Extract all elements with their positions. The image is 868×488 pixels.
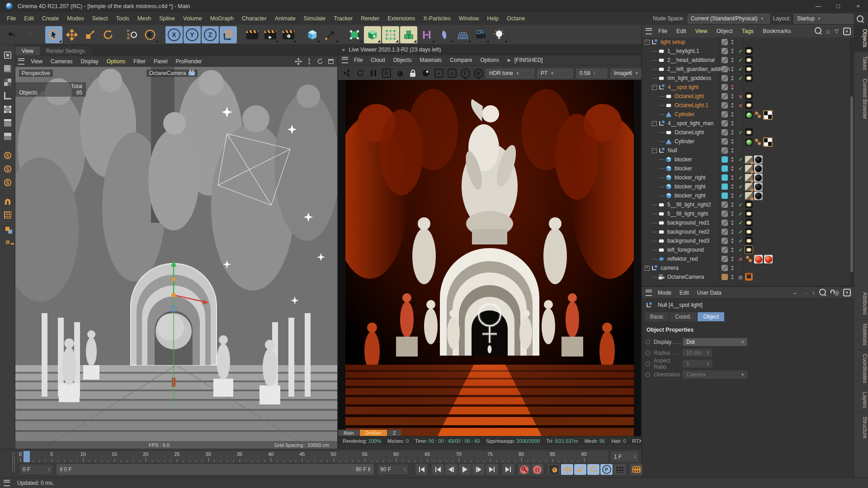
- visibility-dots[interactable]: [731, 57, 733, 63]
- subdivision-surface-button[interactable]: [346, 26, 363, 43]
- aspect-ratio-spinner[interactable]: 1▴▾: [683, 360, 712, 368]
- pen-spline-tool-button[interactable]: [322, 26, 339, 43]
- menu-spline[interactable]: Spline: [155, 12, 179, 25]
- dock-tab-layers[interactable]: Layers: [854, 388, 868, 413]
- maximize-button[interactable]: □: [828, 0, 848, 12]
- coordinate-system-button[interactable]: [220, 26, 237, 43]
- orientation-select[interactable]: Camera▾: [683, 371, 747, 379]
- phong-tag[interactable]: [745, 183, 753, 191]
- enabled-check-icon[interactable]: ✓: [737, 128, 744, 137]
- visibility-dots[interactable]: [731, 111, 733, 117]
- play-button[interactable]: [459, 464, 471, 475]
- render-view-button[interactable]: [244, 26, 261, 43]
- axis-lock-key-button[interactable]: [2, 236, 14, 248]
- enabled-check-icon[interactable]: ✓: [737, 182, 744, 191]
- lock-y-axis-button[interactable]: Y: [184, 26, 201, 43]
- visibility-dots[interactable]: [731, 211, 733, 217]
- radius-spinner[interactable]: 10 cm▴▾: [683, 349, 712, 357]
- visibility-dots[interactable]: [731, 129, 733, 136]
- light-tag[interactable]: [745, 101, 753, 109]
- dock-tab-structure[interactable]: Structure: [854, 413, 868, 443]
- tree-row-blocker-right[interactable]: blocker_right✓: [642, 182, 854, 191]
- enabled-check-icon[interactable]: ✓: [737, 65, 744, 74]
- pass-tab-z[interactable]: Z: [387, 430, 401, 436]
- last-used-tool-psr-button[interactable]: PSR: [123, 26, 141, 43]
- tree-row-cylinder[interactable]: Cylinder: [642, 110, 854, 119]
- restart-render-icon[interactable]: [355, 68, 366, 79]
- menu-mograph[interactable]: MoGraph: [206, 12, 238, 25]
- goto-start-button[interactable]: [415, 464, 428, 475]
- live-viewer-menu-file[interactable]: File: [350, 57, 367, 63]
- layer-chip[interactable]: [722, 57, 728, 63]
- close-icon[interactable]: ×: [342, 47, 345, 53]
- visibility-dots[interactable]: [731, 66, 733, 72]
- menu-octane[interactable]: Octane: [503, 12, 529, 25]
- attribute-tab-basic[interactable]: Basic: [645, 312, 669, 321]
- prev-frame-button[interactable]: [445, 464, 458, 475]
- octane-objecttag[interactable]: [745, 111, 753, 119]
- render-picture-viewer-button[interactable]: ▶: [262, 26, 279, 43]
- layer-chip[interactable]: [722, 48, 728, 54]
- visibility-dots[interactable]: [731, 165, 733, 172]
- viewport-menu-display[interactable]: Display: [77, 58, 102, 65]
- menu-animate[interactable]: Animate: [271, 12, 300, 25]
- layer-chip[interactable]: [722, 111, 728, 117]
- layer-chip[interactable]: [722, 183, 728, 190]
- spinner-arrows-icon[interactable]: ▴▾: [48, 467, 50, 472]
- prev-key-button[interactable]: [432, 464, 444, 475]
- enabled-check-icon[interactable]: ✓: [737, 218, 744, 227]
- search-icon[interactable]: [819, 289, 826, 297]
- light-tag-selected[interactable]: [745, 246, 753, 253]
- object-manager-menu-object[interactable]: Object: [712, 28, 737, 34]
- object-manager-menu-bookmarks[interactable]: Bookmarks: [758, 28, 796, 34]
- tone-mapping-select[interactable]: HDR tone▾: [486, 69, 534, 78]
- menu-help[interactable]: Help: [483, 12, 503, 25]
- enabled-check-icon[interactable]: ✓: [737, 191, 744, 200]
- layer-chip[interactable]: [722, 129, 728, 136]
- search-icon[interactable]: [857, 15, 863, 22]
- menu-character[interactable]: Character: [238, 12, 271, 25]
- light-tag[interactable]: [745, 65, 753, 73]
- light-tag[interactable]: [745, 92, 753, 100]
- light-tag[interactable]: [745, 56, 753, 64]
- layer-chip[interactable]: [722, 238, 728, 244]
- live-viewer-menu-options[interactable]: Options: [476, 57, 503, 63]
- close-button[interactable]: ×: [848, 0, 868, 12]
- keyframe-selection-button[interactable]: [548, 464, 560, 475]
- forward-icon[interactable]: →: [802, 289, 808, 296]
- enabled-check-icon[interactable]: ✓: [737, 164, 744, 173]
- disabled-cross-icon[interactable]: ×: [737, 92, 744, 101]
- layer-chip[interactable]: [722, 84, 728, 90]
- visibility-dots[interactable]: [731, 265, 733, 271]
- pass-tab-demain[interactable]: DeMain: [360, 430, 387, 436]
- region-render-icon[interactable]: R: [381, 68, 392, 79]
- expand-toggle-icon[interactable]: −: [652, 121, 657, 126]
- add-region-icon[interactable]: +: [434, 68, 444, 79]
- timeline-ruler[interactable]: 051015202530354045505560657075808590: [17, 451, 608, 462]
- attribute-menu-user-data[interactable]: User Data: [693, 290, 726, 296]
- play-mode-button[interactable]: [630, 464, 642, 475]
- object-manager-menu-view[interactable]: View: [691, 28, 712, 34]
- display-select[interactable]: Dot▾: [683, 338, 747, 346]
- enabled-check-icon[interactable]: ✓: [737, 245, 744, 254]
- menu-icon[interactable]: [4, 480, 10, 486]
- live-viewer-menu-objects[interactable]: Objects: [389, 57, 416, 63]
- layer-chip[interactable]: [722, 75, 728, 81]
- pass-tab-main[interactable]: Main: [338, 430, 359, 436]
- layer-chip[interactable]: [722, 192, 728, 199]
- toggle-scale-button[interactable]: [574, 464, 586, 475]
- target-icon[interactable]: ◎: [737, 272, 744, 282]
- generators-button[interactable]: [364, 26, 381, 43]
- visibility-dots[interactable]: [731, 183, 733, 190]
- live-selection-button[interactable]: [45, 26, 62, 43]
- tree-row-blocker[interactable]: blocker✓: [642, 155, 854, 164]
- model-mode-button[interactable]: [2, 63, 14, 75]
- spline-modifiers-button[interactable]: [418, 26, 435, 43]
- enabled-check-icon[interactable]: ✓: [737, 209, 744, 218]
- tree-row-octanelight[interactable]: OctaneLight×: [642, 92, 854, 101]
- black-material-tag[interactable]: [754, 174, 763, 182]
- active-camera-label[interactable]: OctaneCamera: [146, 70, 198, 77]
- layer-chip[interactable]: [722, 102, 728, 108]
- visibility-dots[interactable]: [731, 147, 733, 154]
- red-material-tag[interactable]: [764, 255, 773, 263]
